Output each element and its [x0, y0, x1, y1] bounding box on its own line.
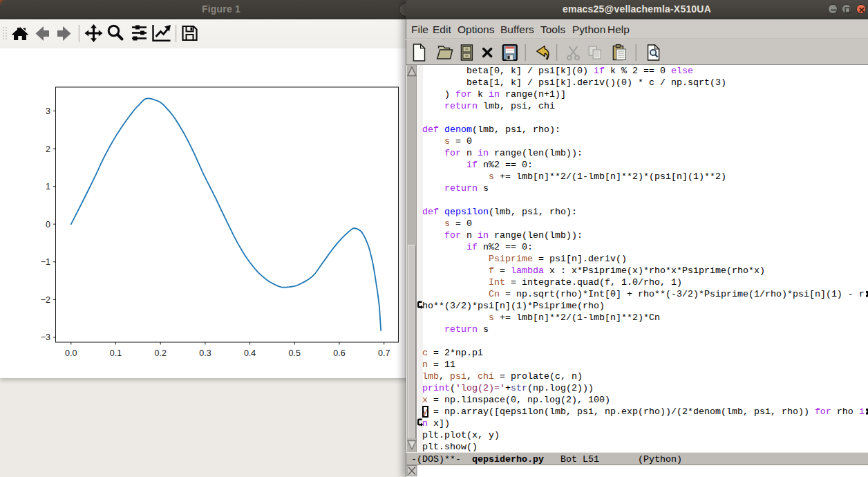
svg-text:0.0: 0.0	[65, 348, 77, 358]
svg-text:2: 2	[46, 144, 50, 154]
svg-text:0.7: 0.7	[378, 348, 390, 358]
svg-text:1: 1	[46, 182, 50, 191]
svg-text:0.6: 0.6	[333, 348, 345, 358]
svg-text:0.5: 0.5	[289, 348, 301, 358]
svg-text:0.4: 0.4	[244, 348, 256, 358]
svg-text:−2: −2	[41, 295, 50, 305]
svg-text:0.3: 0.3	[199, 348, 211, 358]
svg-text:−1: −1	[41, 257, 50, 267]
svg-text:0: 0	[46, 220, 50, 230]
svg-text:−3: −3	[41, 333, 50, 342]
svg-text:0.1: 0.1	[110, 348, 122, 358]
svg-text:0.2: 0.2	[155, 348, 167, 358]
svg-text:3: 3	[46, 106, 50, 116]
